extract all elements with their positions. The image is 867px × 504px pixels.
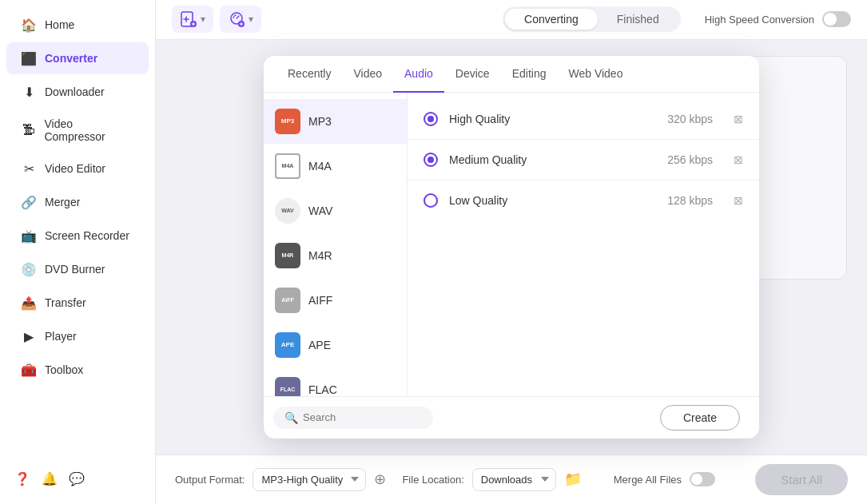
- modal-footer-right: Create: [660, 405, 750, 431]
- sidebar-item-screen-recorder[interactable]: 📺 Screen Recorder: [6, 220, 149, 252]
- high-speed-control: High Speed Conversion: [705, 11, 851, 27]
- quality-label-low: Low Quality: [449, 194, 656, 207]
- radio-high: [424, 112, 438, 126]
- tab-web-video[interactable]: Web Video: [557, 56, 634, 93]
- modal-footer: 🔍 Create: [264, 396, 759, 439]
- sidebar-item-merger[interactable]: 🔗 Merger: [6, 186, 149, 218]
- quality-edit-medium[interactable]: ⊠: [734, 153, 743, 166]
- sidebar-label-dvd-burner: DVD Burner: [45, 263, 105, 276]
- sidebar-item-dvd-burner[interactable]: 💿 DVD Burner: [6, 253, 149, 285]
- format-label-m4a: M4A: [308, 160, 332, 173]
- output-format-field: Output Format: MP3-High Quality ⊕: [175, 468, 386, 491]
- radio-low: [424, 193, 438, 208]
- sidebar-item-toolbox[interactable]: 🧰 Toolbox: [6, 354, 149, 386]
- tab-recently[interactable]: Recently: [276, 56, 342, 93]
- ape-icon: APE: [275, 332, 300, 358]
- tab-video[interactable]: Video: [342, 56, 393, 93]
- chat-icon[interactable]: 💬: [69, 471, 85, 486]
- output-format-icon: ⊕: [374, 470, 386, 488]
- add-device-caret: ▾: [249, 14, 253, 25]
- m4a-icon: M4A: [275, 153, 300, 179]
- tab-audio[interactable]: Audio: [393, 56, 444, 93]
- file-location-select[interactable]: Downloads: [472, 468, 556, 491]
- sidebar-item-home[interactable]: 🏠 Home: [6, 9, 149, 41]
- quality-edit-low[interactable]: ⊠: [734, 194, 743, 207]
- player-icon: ▶: [21, 328, 37, 344]
- start-all-button[interactable]: Start All: [755, 464, 848, 495]
- add-file-caret: ▾: [201, 14, 205, 25]
- radio-medium: [424, 153, 438, 167]
- output-format-select[interactable]: MP3-High Quality: [253, 468, 366, 491]
- downloader-icon: ⬇: [21, 84, 37, 100]
- format-label-wav: WAV: [308, 204, 332, 217]
- merger-icon: 🔗: [21, 194, 37, 210]
- create-button[interactable]: Create: [660, 405, 740, 431]
- format-label-flac: FLAC: [308, 383, 337, 396]
- search-box: 🔍: [273, 407, 433, 429]
- format-item-mp3[interactable]: MP3 MP3: [264, 99, 407, 144]
- format-list: MP3 MP3 M4A M4A WAV WAV M4R M4R: [264, 93, 408, 396]
- sidebar-label-video-editor: Video Editor: [45, 162, 105, 175]
- converter-icon: ⬛: [21, 50, 37, 66]
- quality-label-medium: Medium Quality: [449, 153, 656, 166]
- flac-icon: FLAC: [275, 377, 300, 396]
- sidebar-item-downloader[interactable]: ⬇ Downloader: [6, 76, 149, 108]
- format-item-wav[interactable]: WAV WAV: [264, 189, 407, 233]
- quality-edit-high[interactable]: ⊠: [734, 113, 743, 125]
- sidebar-label-screen-recorder: Screen Recorder: [45, 229, 129, 242]
- help-icon[interactable]: ❓: [14, 471, 30, 486]
- sidebar-label-home: Home: [45, 18, 74, 31]
- sidebar-label-toolbox: Toolbox: [45, 363, 83, 376]
- format-tabs: Recently Video Audio Device Editing Web …: [264, 56, 759, 93]
- sidebar-label-video-compressor: Video Compressor: [44, 117, 134, 143]
- output-format-label: Output Format:: [175, 474, 245, 486]
- format-body: MP3 MP3 M4A M4A WAV WAV M4R M4R: [264, 93, 759, 396]
- wav-icon: WAV: [275, 198, 300, 224]
- file-location-label: File Location:: [402, 474, 463, 486]
- format-item-flac[interactable]: FLAC FLAC: [264, 367, 407, 396]
- topbar: ▾ ▾ Converting Finished High Speed Conve…: [156, 0, 867, 40]
- bottom-bar: Output Format: MP3-High Quality ⊕ File L…: [156, 454, 867, 504]
- quality-item-high[interactable]: High Quality 320 kbps ⊠: [408, 99, 759, 140]
- notification-icon[interactable]: 🔔: [42, 471, 58, 486]
- tab-finished[interactable]: Finished: [598, 9, 678, 30]
- screen-recorder-icon: 📺: [21, 228, 37, 244]
- high-speed-toggle[interactable]: [822, 11, 851, 27]
- format-item-aiff[interactable]: AIFF AIFF: [264, 278, 407, 323]
- quality-item-low[interactable]: Low Quality 128 kbps ⊠: [408, 181, 759, 220]
- format-item-ape[interactable]: APE APE: [264, 323, 407, 367]
- format-item-m4r[interactable]: M4R M4R: [264, 233, 407, 278]
- format-item-m4a[interactable]: M4A M4A: [264, 144, 407, 189]
- search-input[interactable]: [303, 411, 415, 423]
- merge-toggle[interactable]: [690, 472, 715, 486]
- converting-tab-group: Converting Finished: [503, 6, 681, 32]
- add-device-button[interactable]: ▾: [220, 6, 261, 33]
- sidebar-label-converter: Converter: [45, 52, 97, 65]
- file-location-field: File Location: Downloads 📁: [402, 468, 581, 491]
- format-label-ape: APE: [308, 339, 331, 351]
- merge-field: Merge All Files: [614, 472, 715, 486]
- sidebar: 🏠 Home ⬛ Converter ⬇ Downloader 🗜 Video …: [0, 0, 156, 504]
- add-file-button[interactable]: ▾: [172, 6, 213, 33]
- quality-item-medium[interactable]: Medium Quality 256 kbps ⊠: [408, 140, 759, 181]
- mp3-icon: MP3: [275, 109, 300, 134]
- sidebar-label-merger: Merger: [45, 196, 80, 208]
- sidebar-item-video-editor[interactable]: ✂ Video Editor: [6, 153, 149, 185]
- toolbox-icon: 🧰: [21, 362, 37, 378]
- tab-converting[interactable]: Converting: [505, 9, 598, 30]
- tab-device[interactable]: Device: [444, 56, 501, 93]
- quality-list: High Quality 320 kbps ⊠ Medium Quality 2…: [408, 93, 759, 396]
- format-label-aiff: AIFF: [308, 294, 332, 307]
- sidebar-item-transfer[interactable]: 📤 Transfer: [6, 287, 149, 319]
- video-compressor-icon: 🗜: [21, 122, 36, 138]
- content-area: Recently Video Audio Device Editing Web …: [156, 40, 867, 454]
- dvd-burner-icon: 💿: [21, 261, 37, 277]
- sidebar-item-video-compressor[interactable]: 🗜 Video Compressor: [6, 109, 149, 151]
- aiff-icon: AIFF: [275, 288, 300, 313]
- topbar-icons: ▾ ▾: [172, 6, 261, 33]
- folder-icon[interactable]: 📁: [564, 470, 582, 488]
- search-icon: 🔍: [284, 411, 298, 424]
- sidebar-item-converter[interactable]: ⬛ Converter: [6, 42, 149, 74]
- sidebar-item-player[interactable]: ▶ Player: [6, 320, 149, 352]
- tab-editing[interactable]: Editing: [501, 56, 558, 93]
